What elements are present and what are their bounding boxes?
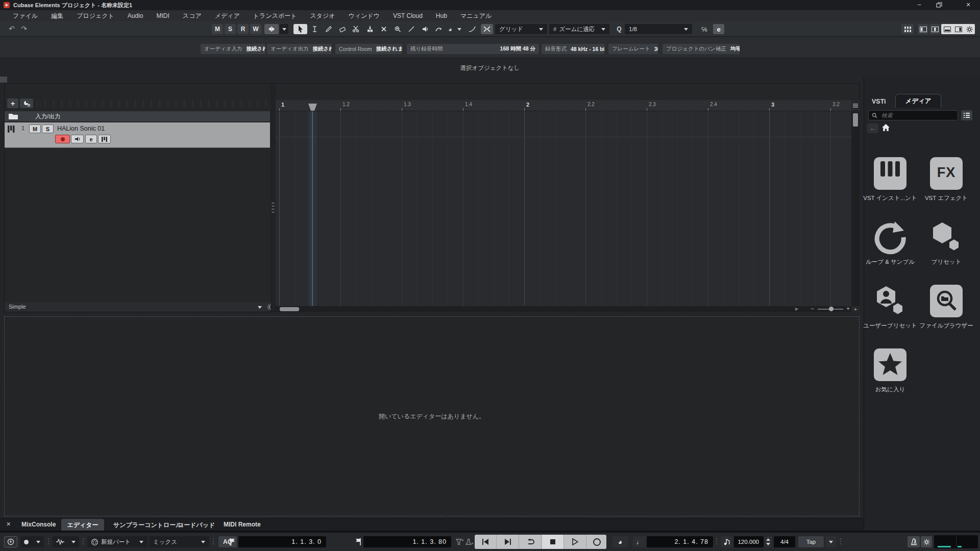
tracklist-arrange-divider[interactable] <box>271 84 276 312</box>
autoscroll-button[interactable] <box>264 24 279 34</box>
media-tile-vst-effects[interactable]: FX <box>928 156 964 191</box>
io-channel-header-row[interactable]: 入力/出力 <box>5 111 270 121</box>
stepper-down-icon[interactable] <box>766 543 770 545</box>
visibility-config-name[interactable]: Simple <box>9 304 26 310</box>
record-button[interactable] <box>587 535 606 549</box>
toggle-lower-zone-button[interactable] <box>942 24 952 34</box>
close-lower-zone-button[interactable]: ✕ <box>6 521 11 528</box>
vertical-scrollbar[interactable] <box>851 111 860 306</box>
menu-transport[interactable]: トランスポート <box>247 12 304 20</box>
metronome-setup-gear-button[interactable] <box>921 536 932 547</box>
add-track-button[interactable]: + <box>7 98 18 108</box>
media-list-view-button[interactable] <box>961 110 972 120</box>
menu-vst-cloud[interactable]: VST Cloud <box>386 12 429 19</box>
range-selection-tool[interactable] <box>308 24 322 34</box>
zoom-corner-button[interactable]: + <box>851 306 860 312</box>
menu-scores[interactable]: スコア <box>176 12 208 20</box>
retrospective-record-button[interactable]: ◕ <box>612 536 628 547</box>
menu-hub[interactable]: Hub <box>429 12 454 19</box>
right-locator-display[interactable]: 1. 1. 3. 80 <box>363 536 451 547</box>
info-audio-output[interactable]: オーディオ出力接続されました <box>267 44 332 54</box>
color-tool-dropdown[interactable]: ◕ <box>445 24 464 34</box>
track-row-halion[interactable]: 1 M S HALion Sonic 01 e <box>5 122 270 148</box>
media-tile-presets[interactable] <box>928 219 964 255</box>
ruler-options-button[interactable] <box>851 100 860 111</box>
info-audio-input[interactable]: オーディオ入力接続されました <box>201 44 265 54</box>
write-automation-button[interactable]: W <box>250 24 261 34</box>
vertical-scrollbar-thumb[interactable] <box>853 113 858 127</box>
horizontal-scrollbar-thumb[interactable] <box>280 307 299 311</box>
toggle-inspector-button[interactable] <box>929 24 940 34</box>
racks-button[interactable] <box>901 24 914 34</box>
toggle-right-zone-button[interactable] <box>953 24 964 34</box>
zoom-in-button[interactable]: + <box>846 305 850 312</box>
metronome-button[interactable] <box>908 536 920 547</box>
play-button[interactable] <box>565 535 586 549</box>
toggle-left-zone-button[interactable] <box>918 24 928 34</box>
punch-in-icon[interactable] <box>456 538 463 545</box>
media-tile-loops-samples[interactable] <box>872 219 908 255</box>
audio-performance-meter[interactable] <box>934 535 978 548</box>
zoom-out-button[interactable]: − <box>811 305 814 312</box>
menu-file[interactable]: ファイル <box>6 12 44 20</box>
iterative-quantize-button[interactable]: ℅ <box>698 24 710 34</box>
tab-editor[interactable]: エディター <box>61 519 104 531</box>
time-format-button[interactable]: ♩ <box>633 536 646 547</box>
tab-chord-pads[interactable]: コードパッド <box>178 521 215 530</box>
split-tool[interactable] <box>349 24 363 34</box>
info-control-room[interactable]: Control Room接続されました <box>335 44 402 54</box>
media-tile-user-presets[interactable] <box>872 283 908 319</box>
draw-tool[interactable] <box>322 24 335 34</box>
tab-vsti[interactable]: VSTi <box>872 98 886 105</box>
audio-record-mode-dropdown[interactable] <box>53 536 79 547</box>
tab-midi-remote[interactable]: MIDI Remote <box>224 521 261 528</box>
media-tile-favorites[interactable] <box>872 347 908 383</box>
info-pan-law[interactable]: プロジェクトのパン補正均等パワー <box>663 44 740 54</box>
track-record-enable-button[interactable] <box>55 135 70 143</box>
menu-window[interactable]: ウィンドウ <box>342 12 386 20</box>
left-locator-display[interactable]: 1. 1. 3. 0 <box>238 536 326 547</box>
event-display-grid[interactable] <box>276 111 851 306</box>
quantize-panel-button[interactable]: e <box>713 24 724 34</box>
tap-tempo-button[interactable]: Tap <box>798 536 824 547</box>
tempo-track-button[interactable] <box>721 536 733 547</box>
menu-audio[interactable]: Audio <box>121 12 150 19</box>
mute-all-button[interactable]: M <box>212 24 223 34</box>
window-layout-setup-button[interactable] <box>964 24 974 34</box>
snap-toggle-button[interactable] <box>481 24 493 34</box>
zoom-tool[interactable] <box>390 24 404 34</box>
track-preset-button[interactable] <box>20 98 33 108</box>
tab-sampler-control[interactable]: サンプラーコントロール <box>113 521 182 530</box>
menu-studio[interactable]: スタジオ <box>304 12 342 20</box>
go-to-previous-marker-button[interactable] <box>475 535 497 549</box>
minimize-button[interactable]: – <box>912 0 927 10</box>
maximize-button[interactable] <box>936 2 942 8</box>
line-tool[interactable] <box>404 24 418 34</box>
common-record-modes-button[interactable] <box>4 536 17 547</box>
media-home-button[interactable] <box>881 123 890 132</box>
track-open-instrument-button[interactable] <box>98 135 111 143</box>
read-automation-button[interactable]: R <box>237 24 249 34</box>
info-record-time-remaining[interactable]: 残り録音時間168 時間 48 分 <box>407 44 539 54</box>
tempo-mode-dropdown[interactable] <box>826 536 836 547</box>
tab-media[interactable]: メディア <box>895 94 941 108</box>
media-search-box[interactable] <box>868 110 958 120</box>
solo-all-button[interactable]: S <box>225 24 236 34</box>
undo-button[interactable]: ↶ <box>6 23 17 34</box>
track-name[interactable]: HALion Sonic 01 <box>57 125 105 132</box>
window-resize-handle[interactable] <box>0 77 7 83</box>
visibility-dropdown-caret[interactable] <box>258 306 262 309</box>
scroll-right-arrow-icon[interactable]: ▶ <box>795 307 798 311</box>
grid-type-dropdown[interactable]: #ズームに適応 <box>549 24 609 34</box>
stepper-up-icon[interactable] <box>766 538 770 541</box>
go-to-next-marker-button[interactable] <box>497 535 519 549</box>
menu-project[interactable]: プロジェクト <box>70 12 121 20</box>
time-signature-display[interactable]: 4/4 <box>774 536 795 547</box>
erase-tool[interactable] <box>335 24 349 34</box>
playhead-position-display[interactable]: 2. 1. 4. 78 <box>647 536 713 547</box>
object-selection-tool[interactable] <box>293 24 307 34</box>
tempo-stepper[interactable] <box>765 536 772 547</box>
record-mode-dropdown[interactable] <box>20 536 44 547</box>
track-monitor-button[interactable] <box>71 135 84 143</box>
media-tile-vst-instruments[interactable] <box>872 156 908 191</box>
